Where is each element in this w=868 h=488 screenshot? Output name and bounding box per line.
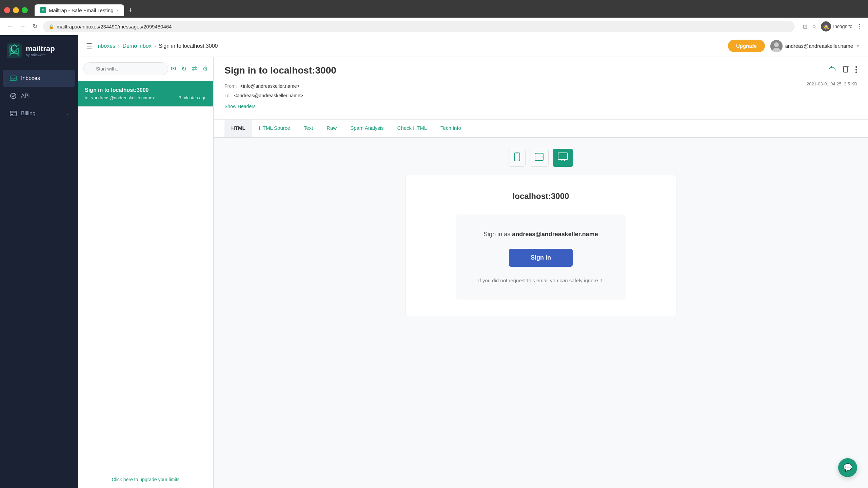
window-controls [4, 7, 28, 13]
sidebar-item-api[interactable]: API [3, 87, 75, 104]
breadcrumb-demo-inbox[interactable]: Demo inbox [122, 43, 151, 49]
delete-icon[interactable] [843, 65, 849, 74]
upgrade-footer: Click here to upgrade your limits [78, 471, 213, 488]
tab-html[interactable]: HTML [224, 120, 252, 137]
user-badge[interactable]: andreas@andreaskeller.name ▼ [770, 40, 860, 52]
tab-text[interactable]: Text [297, 120, 320, 137]
top-bar: ☰ Inboxes › Demo inbox › Sign in to loca… [78, 35, 868, 57]
forward-button[interactable]: → [18, 22, 27, 32]
tab-raw[interactable]: Raw [320, 120, 343, 137]
inboxes-label: Inboxes [21, 75, 68, 81]
incognito-icon: 🕵 [821, 21, 831, 32]
email-title-row: Sign in to localhost:3000 [224, 65, 857, 76]
email-view-header: Sign in to localhost:3000 [214, 57, 868, 120]
logo-sub: by railsware [26, 53, 55, 57]
tablet-view-button[interactable] [530, 149, 549, 167]
more-options-icon[interactable] [855, 66, 857, 73]
breadcrumb-current: Sign in to localhost:3000 [159, 43, 218, 49]
email-to: to: <andreas@andreaskeller.name> [85, 95, 155, 100]
app-container: mailtrap by railsware Inboxes [0, 35, 868, 488]
main-content: ☰ Inboxes › Demo inbox › Sign in to loca… [78, 35, 868, 488]
upgrade-limits-link[interactable]: Click here to upgrade your limits [112, 477, 180, 482]
email-from-to-row: From: <info@andreaskeller.name> To: <and… [224, 81, 857, 111]
email-list-panel: 🔍 ✉ ↻ ⇄ ⚙ Sign in to localhost:3000 to: … [78, 57, 214, 488]
email-list-item[interactable]: Sign in to localhost:3000 to: <andreas@a… [78, 81, 213, 107]
tab-html-source[interactable]: HTML Source [252, 120, 297, 137]
minimize-button[interactable] [13, 7, 19, 13]
sidebar-nav: Inboxes API [0, 66, 78, 488]
cast-icon: ⊡ [803, 23, 807, 30]
breadcrumb-inboxes[interactable]: Inboxes [96, 43, 115, 49]
sign-in-email: andreas@andreaskeller.name [512, 231, 598, 238]
tab-favicon: M [40, 7, 46, 13]
reload-button[interactable]: ↻ [31, 21, 39, 32]
browser-menu-icon[interactable]: ⋮ [856, 23, 863, 30]
new-tab-button[interactable]: + [125, 4, 135, 16]
url-text: mailtrap.io/inboxes/234490/messages/2099… [57, 24, 172, 29]
settings-icon[interactable]: ⚙ [202, 65, 208, 73]
compose-icon[interactable]: ✉ [171, 65, 176, 73]
tab-close-button[interactable]: × [116, 8, 119, 13]
tab-bar: M Mailtrap - Safe Email Testing × + [0, 0, 868, 18]
email-content-card: localhost:3000 Sign in as andreas@andrea… [405, 175, 676, 316]
email-app-title: localhost:3000 [419, 191, 663, 201]
sign-in-box: Sign in as andreas@andreaskeller.name Si… [456, 215, 626, 300]
sign-in-button[interactable]: Sign in [509, 249, 573, 267]
email-tabs: HTML HTML Source Text Raw Spam Analysis … [214, 120, 868, 138]
email-time: 3 minutes ago [179, 95, 206, 100]
to-value: <andreas@andreaskeller.name> [234, 93, 303, 98]
email-subject: Sign in to localhost:3000 [85, 87, 206, 93]
svg-point-9 [774, 42, 779, 47]
logo-text: mailtrap by railsware [26, 45, 55, 57]
url-bar[interactable]: 🔒 mailtrap.io/inboxes/234490/messages/20… [43, 21, 795, 32]
email-actions [828, 65, 857, 74]
hamburger-icon[interactable]: ☰ [86, 42, 92, 50]
forward-all-icon[interactable]: ⇄ [192, 65, 197, 73]
maximize-button[interactable] [22, 7, 28, 13]
email-to-row: To: <andreas@andreaskeller.name> [224, 91, 303, 100]
tab-check-html[interactable]: Check HTML [391, 120, 434, 137]
from-value: <info@andreaskeller.name> [240, 83, 299, 89]
back-button[interactable]: ← [5, 22, 14, 32]
search-input[interactable] [83, 62, 168, 75]
api-icon [9, 92, 17, 100]
refresh-icon[interactable]: ↻ [181, 65, 186, 73]
email-toolbar: ✉ ↻ ⇄ ⚙ [171, 65, 208, 73]
mobile-view-button[interactable] [509, 149, 526, 167]
bookmark-icon[interactable]: ☆ [811, 23, 817, 30]
close-button[interactable] [4, 7, 10, 13]
svg-point-15 [542, 157, 543, 158]
tab-tech-info[interactable]: Tech Info [434, 120, 468, 137]
billing-icon [9, 110, 17, 117]
logo: mailtrap by railsware [0, 35, 78, 66]
address-bar: ← → ↻ 🔒 mailtrap.io/inboxes/234490/messa… [0, 18, 868, 35]
show-headers-link[interactable]: Show Headers [224, 102, 256, 111]
ignore-note: If you did not request this email you ca… [470, 278, 612, 283]
reply-icon[interactable] [828, 66, 836, 74]
svg-rect-16 [558, 153, 568, 160]
active-tab[interactable]: M Mailtrap - Safe Email Testing × [35, 4, 124, 16]
desktop-view-button[interactable] [553, 149, 573, 167]
email-preview-area: localhost:3000 Sign in as andreas@andrea… [214, 138, 868, 327]
email-meta: to: <andreas@andreaskeller.name> 3 minut… [85, 95, 206, 100]
email-from-row: From: <info@andreaskeller.name> [224, 81, 303, 91]
sidebar-item-billing[interactable]: Billing › [3, 105, 75, 122]
tab-title: Mailtrap - Safe Email Testing [49, 7, 114, 13]
top-bar-left: ☰ Inboxes › Demo inbox › Sign in to loca… [86, 42, 218, 50]
user-dropdown-icon: ▼ [856, 44, 860, 48]
sign-in-as-text: Sign in as andreas@andreaskeller.name [470, 231, 612, 238]
upgrade-button[interactable]: Upgrade [728, 40, 765, 52]
tab-spam-analysis[interactable]: Spam Analysis [343, 120, 390, 137]
email-view-title: Sign in to localhost:3000 [224, 65, 336, 76]
sidebar-item-inboxes[interactable]: Inboxes [3, 70, 75, 87]
from-label: From: [224, 83, 237, 89]
billing-arrow-icon: › [67, 111, 68, 116]
browser-chrome: M Mailtrap - Safe Email Testing × + ← → … [0, 0, 868, 35]
chat-bubble[interactable]: 💬 [838, 458, 857, 477]
content-row: 🔍 ✉ ↻ ⇄ ⚙ Sign in to localhost:3000 to: … [78, 57, 868, 488]
user-name: andreas@andreaskeller.name [785, 43, 853, 49]
billing-label: Billing [21, 110, 63, 117]
svg-point-12 [517, 160, 518, 161]
top-bar-right: Upgrade andreas@andreaskeller.name ▼ [728, 40, 860, 52]
sidebar: mailtrap by railsware Inboxes [0, 35, 78, 488]
